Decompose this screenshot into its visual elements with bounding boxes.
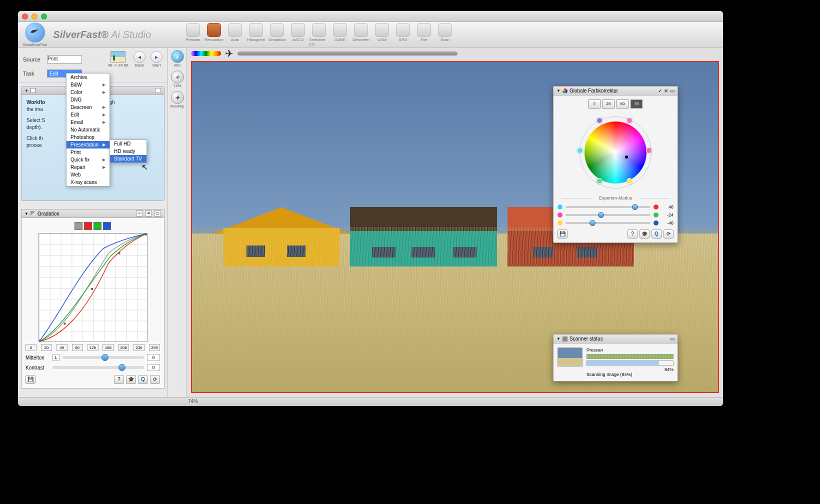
global-cc-panel[interactable]: ▼ Globale Farbkorrektur ✓ ✕ ▭ ≡255075 Ex… [553, 86, 678, 243]
tool-gane[interactable]: GANE [330, 23, 350, 46]
tool-resolution[interactable]: Resolution [204, 23, 224, 46]
tool-prescan[interactable]: Prescan [183, 23, 203, 46]
info-icon: i [171, 50, 184, 63]
tool-gradation[interactable]: Gradation [267, 23, 287, 46]
gcc-check-button[interactable]: ✓ [658, 88, 662, 94]
wheel-handle-1[interactable] [626, 118, 632, 124]
tick-49[interactable]: 49 [56, 344, 68, 351]
tool-file[interactable]: File [414, 23, 434, 46]
menu-item-photoshop[interactable]: Photoshop [66, 134, 110, 141]
menu-item-print[interactable]: Print [66, 148, 110, 156]
channel-swatch-2[interactable] [94, 222, 102, 230]
expert-button[interactable]: 🎓 [126, 375, 136, 384]
start-button[interactable]: ▶ Start [150, 51, 162, 68]
save-preset-button[interactable]: 💾 [26, 375, 36, 384]
tick-0[interactable]: 0 [26, 344, 36, 351]
check-button[interactable]: ✓ [136, 210, 143, 216]
preset-75[interactable]: 75 [630, 100, 642, 108]
mittelton-slider[interactable] [62, 356, 144, 359]
info-tool[interactable]: iInfo [171, 50, 184, 68]
tool-selective-cc[interactable]: Selective CC [309, 23, 329, 46]
tick-236[interactable]: 236 [134, 344, 144, 351]
zoom-tool[interactable]: ＋74% [171, 70, 184, 88]
presentation-submenu[interactable]: Full HDHD readyStandard TV [110, 140, 147, 163]
tool-aaco[interactable]: AACO [288, 23, 308, 46]
gcc-expert-button[interactable]: 🎓 [640, 230, 650, 238]
submenu-item-standard-tv[interactable]: Standard TV [110, 155, 146, 162]
tick-168[interactable]: 168 [102, 344, 114, 351]
rotflip-tool[interactable]: ✦Rot/Flip [170, 91, 184, 108]
submenu-item-full-hd[interactable]: Full HD [110, 140, 146, 148]
scanner-status-panel[interactable]: ▼ Scanner status ▭ Prescan 84% Scanning … [553, 334, 678, 382]
gcc-close-button[interactable]: ✕ [664, 88, 668, 94]
workflowpilot-logo-icon[interactable] [25, 22, 45, 42]
tick-255[interactable]: 255 [149, 344, 160, 351]
tool-descreen[interactable]: Descreen [351, 23, 371, 46]
menu-item-no-automatic[interactable]: No Automatic [66, 126, 110, 134]
color-wheel[interactable] [576, 112, 656, 192]
menu-item-descreen[interactable]: Descreen▶ [66, 104, 110, 111]
tick-126[interactable]: 126 [88, 344, 98, 351]
zoom-icon[interactable] [41, 14, 47, 20]
gcc-reset-button[interactable]: ⟳ [664, 230, 674, 238]
channel-swatch-0[interactable] [74, 222, 82, 230]
quicktime-button[interactable]: Q [138, 375, 148, 384]
menu-item-edit[interactable]: Edit▶ [66, 111, 110, 118]
menu-item-x-ray-scans[interactable]: X-ray scans [66, 178, 110, 186]
menu-item-quick-fix[interactable]: Quick fix▶ [66, 156, 110, 164]
menu-item-archive[interactable]: Archive [66, 74, 110, 81]
prescan-icon [186, 23, 200, 37]
submenu-item-hd-ready[interactable]: HD ready [110, 148, 146, 155]
close-icon[interactable] [22, 14, 28, 20]
selective cc-icon [312, 23, 326, 37]
scanner-icon [562, 336, 568, 342]
wheel-handle-0[interactable] [596, 118, 602, 124]
kontrast-value[interactable]: 0 [147, 364, 160, 371]
menu-item-b-w[interactable]: B&W▶ [66, 81, 110, 88]
channel-swatch-3[interactable] [103, 222, 111, 230]
cc-slider-2[interactable] [566, 222, 650, 224]
gcc-help-button[interactable]: ? [628, 230, 638, 238]
gcc-expand-button[interactable]: ▭ [670, 88, 674, 94]
menu-item-presentation[interactable]: Presentation▶ [66, 141, 110, 148]
preset-50[interactable]: 50 [616, 100, 628, 108]
menu-item-repair[interactable]: Repair▶ [66, 164, 110, 171]
help-button[interactable]: ? [114, 375, 124, 384]
menu-item-color[interactable]: Color▶ [66, 88, 110, 96]
menu-item-email[interactable]: Email▶ [66, 118, 110, 126]
tool-auto[interactable]: Auto [225, 23, 245, 46]
gcc-quicktime-button[interactable]: Q [652, 230, 662, 238]
tick-20[interactable]: 20 [41, 344, 52, 351]
timeline-track[interactable] [238, 52, 458, 56]
kontrast-slider[interactable] [52, 366, 144, 369]
status-expand-button[interactable]: ▭ [670, 336, 674, 342]
source-select[interactable]: Print [47, 56, 82, 64]
menu-item-dng[interactable]: DNG [66, 96, 110, 104]
plane-icon[interactable]: ✈ [225, 48, 234, 60]
tool-histogram[interactable]: Histogram [246, 23, 266, 46]
close-button[interactable]: ✕ [145, 210, 152, 216]
tool-usm[interactable]: USM [372, 23, 392, 46]
reset-button[interactable]: ⟳ [150, 375, 160, 384]
tick-206[interactable]: 206 [118, 344, 129, 351]
gradation-curve[interactable] [38, 233, 148, 342]
scan-icon [438, 23, 452, 37]
preset-25[interactable]: 25 [602, 100, 614, 108]
cc-slider-1[interactable] [566, 214, 650, 216]
minimize-icon[interactable] [32, 14, 38, 20]
back-button[interactable]: ◀ Back [134, 51, 146, 68]
expand-button[interactable]: ▭ [154, 210, 161, 216]
mittelton-value[interactable]: 0 [147, 354, 160, 361]
tick-80[interactable]: 80 [72, 344, 83, 351]
mittelton-channel[interactable]: L [52, 354, 60, 361]
curve-svg [39, 234, 147, 342]
cc-slider-0[interactable] [566, 206, 650, 208]
preset-list[interactable]: ≡ [588, 100, 600, 108]
gcc-save-button[interactable]: 💾 [558, 230, 568, 238]
tool-srd[interactable]: SRD [393, 23, 413, 46]
menu-item-web[interactable]: Web [66, 171, 110, 178]
task-dropdown[interactable]: ArchiveB&W▶Color▶DNGDescreen▶Edit▶Email▶… [66, 73, 110, 186]
tool-scan[interactable]: Scan [435, 23, 455, 46]
channel-swatch-1[interactable] [84, 222, 92, 230]
wheel-handle-4[interactable] [596, 178, 602, 184]
